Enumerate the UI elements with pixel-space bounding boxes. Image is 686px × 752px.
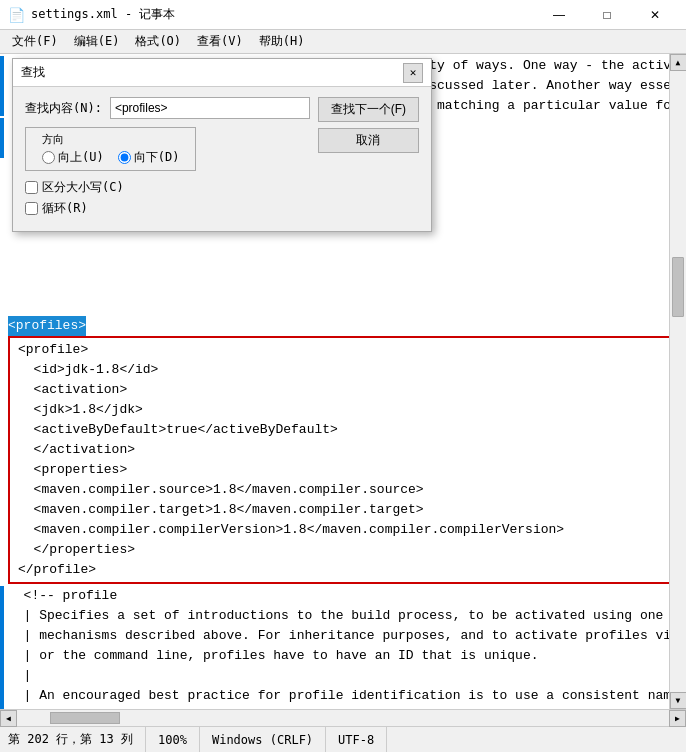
status-zoom: 100% — [146, 727, 200, 752]
scroll-down-button[interactable]: ▼ — [670, 692, 687, 709]
case-checkbox[interactable] — [25, 181, 38, 194]
radio-up[interactable]: 向上(U) — [42, 149, 104, 166]
menu-file[interactable]: 文件(F) — [4, 30, 66, 53]
menu-format[interactable]: 格式(O) — [127, 30, 189, 53]
find-label: 查找内容(N): — [25, 100, 102, 117]
case-checkbox-row: 区分大小写(C) — [25, 179, 310, 196]
menu-bar: 文件(F) 编辑(E) 格式(O) 查看(V) 帮助(H) — [0, 30, 686, 54]
status-line-ending: Windows (CRLF) — [200, 727, 326, 752]
menu-help[interactable]: 帮助(H) — [251, 30, 313, 53]
scroll-up-button[interactable]: ▲ — [670, 54, 687, 71]
text-line: | or the command line, profiles have to … — [8, 646, 539, 666]
text-line: | for profiles, such as [env-{developmen… — [8, 706, 686, 709]
status-bar: 第 202 行，第 13 列 100% Windows (CRLF) UTF-8 — [0, 726, 686, 752]
profile-line-4: <jdk>1.8</jdk> — [10, 400, 676, 420]
text-line: <!-- profile — [8, 586, 117, 606]
horizontal-scrollbar[interactable]: ◀ ▶ — [0, 709, 686, 726]
direction-label: 方向 — [42, 132, 179, 147]
cancel-button[interactable]: 取消 — [318, 128, 419, 153]
status-encoding: UTF-8 — [326, 727, 387, 752]
profile-line-10: <maven.compiler.compilerVersion>1.8</mav… — [10, 520, 676, 540]
dialog-body: 查找内容(N): 方向 向上(U) 向下(D) — [13, 87, 431, 231]
profile-line-9: <maven.compiler.target>1.8</maven.compil… — [10, 500, 676, 520]
vertical-scrollbar[interactable]: ▲ ▼ — [669, 54, 686, 709]
window-title: settings.xml - 记事本 — [31, 6, 175, 23]
text-line: | An encouraged best practice for profil… — [8, 686, 686, 706]
menu-edit[interactable]: 编辑(E) — [66, 30, 128, 53]
radio-row: 向上(U) 向下(D) — [42, 149, 179, 166]
close-button[interactable]: ✕ — [632, 1, 678, 29]
radio-down-input[interactable] — [118, 151, 131, 164]
profile-line-6: </activation> — [10, 440, 676, 460]
profile-line-2: <id>jdk-1.8</id> — [10, 360, 676, 380]
scrollbar-thumb[interactable] — [672, 257, 684, 317]
text-line: | — [8, 666, 31, 686]
radio-up-input[interactable] — [42, 151, 55, 164]
maximize-button[interactable]: □ — [584, 1, 630, 29]
h-scrollbar-track[interactable] — [17, 710, 669, 726]
profile-line-5: <activeByDefault>true</activeByDefault> — [10, 420, 676, 440]
window-controls: — □ ✕ — [536, 1, 678, 29]
dialog-title-bar: 查找 ✕ — [13, 59, 431, 87]
profile-line-11: </properties> — [10, 540, 676, 560]
minimize-button[interactable]: — — [536, 1, 582, 29]
loop-checkbox-row: 循环(R) — [25, 200, 310, 217]
title-bar: 📄 settings.xml - 记事本 — □ ✕ — [0, 0, 686, 30]
dialog-title: 查找 — [21, 64, 45, 81]
profile-line-8: <maven.compiler.source>1.8</maven.compil… — [10, 480, 676, 500]
find-input[interactable] — [110, 97, 310, 119]
loop-label: 循环(R) — [42, 200, 88, 217]
find-row: 查找内容(N): — [25, 97, 310, 119]
dialog-buttons: 查找下一个(F) 取消 — [318, 97, 419, 153]
notepad-icon: 📄 — [8, 7, 25, 23]
loop-checkbox[interactable] — [25, 202, 38, 215]
scrollbar-track[interactable] — [670, 71, 686, 692]
menu-view[interactable]: 查看(V) — [189, 30, 251, 53]
status-line-col: 第 202 行，第 13 列 — [8, 727, 146, 752]
profile-line-1: <profile> — [10, 340, 676, 360]
find-dialog: 查找 ✕ 查找内容(N): 方向 向上(U) — [12, 58, 432, 232]
profile-line-12: </profile> — [10, 560, 676, 580]
case-label: 区分大小写(C) — [42, 179, 124, 196]
h-scrollbar-thumb[interactable] — [50, 712, 120, 724]
radio-down[interactable]: 向下(D) — [118, 149, 180, 166]
find-next-button[interactable]: 查找下一个(F) — [318, 97, 419, 122]
scroll-right-button[interactable]: ▶ — [669, 710, 686, 727]
text-line: | Specifies a set of introductions to th… — [8, 606, 686, 626]
profile-line-3: <activation> — [10, 380, 676, 400]
dialog-close-button[interactable]: ✕ — [403, 63, 423, 83]
profiles-highlight: <profiles> — [8, 316, 86, 336]
scroll-left-button[interactable]: ◀ — [0, 710, 17, 727]
text-line: | mechanisms described above. For inheri… — [8, 626, 679, 646]
profile-line-7: <properties> — [10, 460, 676, 480]
